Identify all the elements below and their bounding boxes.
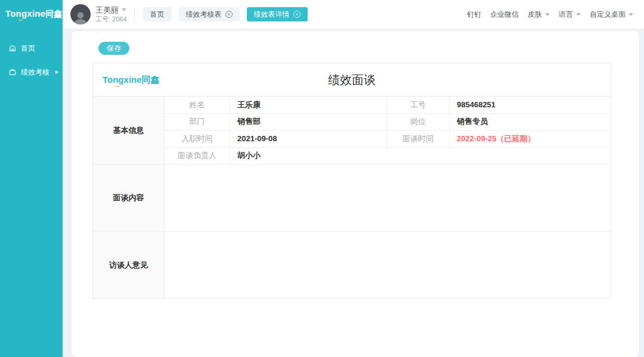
field-label-hire-date: 入职时间	[165, 131, 230, 148]
chevron-down-icon	[628, 13, 633, 16]
briefcase-icon	[8, 68, 17, 76]
interviewer-opinion-section: 访谈人意见	[93, 232, 611, 298]
tab-bar: 首页 绩效考核表 × 绩效表详情 ×	[143, 7, 308, 21]
form-header: Tongxine同鑫 绩效面谈	[93, 63, 611, 97]
sidebar: Tongxine同鑫 首页 绩效考核	[0, 0, 63, 357]
field-value-hire-date: 2021-09-08	[230, 131, 387, 148]
menu-skin[interactable]: 皮肤	[528, 10, 550, 20]
employee-number: 工号: 2064	[95, 15, 127, 24]
tab-label: 首页	[150, 10, 165, 20]
field-label-department: 部门	[165, 114, 230, 131]
home-icon	[8, 44, 17, 52]
field-value-interview-date-overdue: 2022-09-25（已延期）	[450, 131, 611, 148]
sidebar-item-label: 绩效考核	[21, 67, 49, 77]
form-title: 绩效面谈	[93, 72, 611, 88]
close-icon[interactable]: ×	[225, 11, 233, 18]
section-label-interviewer-opinion: 访谈人意见	[93, 232, 165, 298]
person-silhouette-icon	[73, 10, 88, 24]
field-label-name: 姓名	[165, 97, 230, 114]
tab-home[interactable]: 首页	[143, 7, 172, 21]
close-icon[interactable]: ×	[293, 11, 301, 18]
sidebar-item-label: 首页	[21, 44, 35, 54]
save-button[interactable]: 保存	[98, 42, 129, 55]
brand-logo-latin: Tongxine	[5, 8, 45, 18]
content-card: 保存 Tongxine同鑫 绩效面谈 基本信息 姓名 王乐康 工号 985468…	[72, 31, 639, 357]
chevron-down-icon	[545, 13, 550, 16]
basic-info-section: 基本信息 姓名 王乐康 工号 985468251 部门 销售部 岗位 销售专员 …	[93, 97, 611, 164]
field-label-interviewer: 面谈负责人	[165, 148, 230, 165]
chevron-down-icon	[576, 13, 581, 16]
interview-content-input[interactable]	[165, 164, 611, 231]
interview-content-section: 面谈内容	[93, 164, 611, 232]
tab-performance-form[interactable]: 绩效考核表 ×	[179, 7, 240, 21]
topbar-right-menu: 钉钉 企业微信 皮肤 语言 自定义桌面	[467, 10, 644, 20]
menu-label: 皮肤	[528, 10, 542, 20]
main-area: 保存 Tongxine同鑫 绩效面谈 基本信息 姓名 王乐康 工号 985468…	[63, 29, 644, 357]
tab-performance-detail[interactable]: 绩效表详情 ×	[247, 7, 308, 21]
menu-label: 语言	[559, 10, 573, 20]
section-label-interview-content: 面谈内容	[93, 164, 165, 231]
brand-logo: Tongxine同鑫	[0, 0, 63, 20]
menu-wecom[interactable]: 企业微信	[490, 10, 519, 20]
chevron-down-icon	[122, 8, 126, 11]
menu-dingtalk[interactable]: 钉钉	[467, 10, 481, 20]
section-label-basic-info: 基本信息	[93, 97, 165, 164]
menu-language[interactable]: 语言	[559, 10, 581, 20]
interviewer-opinion-input[interactable]	[165, 232, 611, 298]
field-value-name: 王乐康	[230, 97, 387, 114]
sidebar-item-home[interactable]: 首页	[0, 36, 63, 60]
tab-label: 绩效表详情	[254, 10, 290, 20]
field-label-position: 岗位	[387, 114, 450, 131]
field-label-employee-no: 工号	[387, 97, 450, 114]
sidebar-item-performance[interactable]: 绩效考核	[0, 60, 63, 84]
field-value-department: 销售部	[230, 114, 387, 131]
avatar[interactable]	[70, 4, 91, 24]
user-name: 王美丽	[95, 5, 119, 15]
field-value-employee-no: 985468251	[450, 97, 611, 114]
user-info[interactable]: 王美丽 工号: 2064	[95, 5, 127, 24]
tab-label: 绩效考核表	[186, 10, 222, 20]
sidebar-menu: 首页 绩效考核	[0, 36, 63, 84]
divider	[134, 8, 135, 21]
menu-label: 钉钉	[467, 10, 481, 20]
menu-custom-desktop[interactable]: 自定义桌面	[590, 10, 633, 20]
field-value-interviewer: 胡小小	[230, 148, 611, 165]
menu-label: 企业微信	[490, 10, 519, 20]
menu-label: 自定义桌面	[590, 10, 626, 20]
logo-smile-accent	[18, 18, 23, 21]
topbar: 王美丽 工号: 2064 首页 绩效考核表 × 绩效表详情 × 钉钉 企业微信 …	[63, 0, 644, 29]
field-value-position: 销售专员	[450, 114, 611, 131]
chevron-right-icon	[55, 70, 58, 74]
field-label-interview-date: 面谈时间	[387, 131, 450, 148]
brand-logo-cn: 同鑫	[45, 9, 62, 18]
interview-form: Tongxine同鑫 绩效面谈 基本信息 姓名 王乐康 工号 985468251…	[92, 63, 611, 299]
